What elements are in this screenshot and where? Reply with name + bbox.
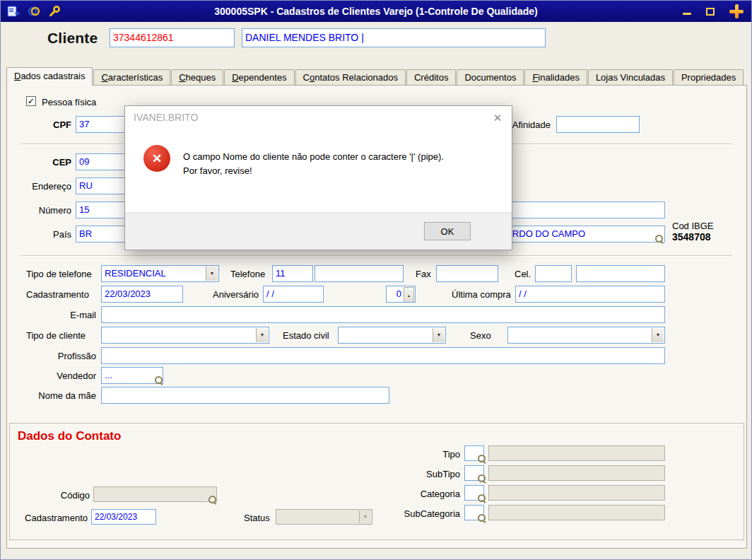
magnifier-icon[interactable] xyxy=(655,235,664,243)
ultima-compra-label: Última compra xyxy=(452,289,511,300)
estado-civil-label: Estado civil xyxy=(283,330,329,341)
window-controls xyxy=(681,1,746,22)
dialog-message: O campo Nome do cliente não pode conter … xyxy=(183,150,446,178)
separator xyxy=(20,255,732,257)
client-section-label: Cliente xyxy=(47,30,98,47)
titlebar-icons xyxy=(6,4,61,18)
wrench-icon[interactable] xyxy=(47,4,61,18)
dropdown-arrow-icon[interactable]: ▼ xyxy=(206,267,218,281)
spinner-buttons: ▲ ▼ xyxy=(404,287,414,301)
cel-ddd-field[interactable] xyxy=(535,265,572,282)
check-icon: ✓ xyxy=(28,96,35,106)
categoria-desc-field xyxy=(488,485,665,501)
pais-label: País xyxy=(20,229,71,240)
spin-up-button[interactable]: ▲ xyxy=(404,287,414,303)
tab-contatos-relacionados[interactable]: Contatos Relacionados xyxy=(295,69,406,85)
endereco-label: Endereço xyxy=(20,181,71,192)
profissao-label: Profissão xyxy=(29,351,96,361)
dialog-close-button[interactable]: ✕ xyxy=(488,110,507,127)
sexo-label: Sexo xyxy=(470,330,491,341)
status-label: Status xyxy=(244,513,270,523)
email-label: E-mail xyxy=(43,310,96,320)
application-window: 300005SPK - Cadastros de Clientes Varejo… xyxy=(0,0,752,560)
ultima-compra-field[interactable]: / / xyxy=(515,286,665,303)
ok-button[interactable]: OK xyxy=(424,222,471,240)
tipo-cliente-select[interactable]: ▼ xyxy=(101,327,269,344)
tab-dependentes[interactable]: Dependentes xyxy=(224,69,294,85)
magnifier-icon[interactable] xyxy=(155,376,163,385)
tab-propriedades[interactable]: Propriedades xyxy=(674,69,744,85)
cadastramento-field[interactable]: 22/03/2023 xyxy=(101,286,183,303)
error-icon: ✕ xyxy=(143,145,170,172)
close-button[interactable] xyxy=(727,2,746,21)
window-title: 300005SPK - Cadastros de Clientes Varejo… xyxy=(1,1,751,22)
aniversario-field[interactable]: / / xyxy=(263,286,324,303)
vendedor-field[interactable]: ... xyxy=(101,367,163,384)
dialog-title: IVANEI.BRITO xyxy=(134,112,198,123)
fax-label: Fax xyxy=(416,269,431,279)
tab-lojas-vinculadas[interactable]: Lojas Vinculadas xyxy=(588,69,673,85)
codigo-label: Código xyxy=(29,490,90,501)
tipo-label: Tipo xyxy=(375,449,460,460)
nome-mae-field[interactable] xyxy=(101,387,389,404)
fax-field[interactable] xyxy=(436,265,498,282)
contato-cadastramento-field[interactable]: 22/03/2023 xyxy=(91,509,156,525)
subtipo-desc-field xyxy=(488,465,665,481)
magnifier-icon[interactable] xyxy=(478,474,486,483)
tab-documentos[interactable]: Documentos xyxy=(457,69,524,85)
tipo-telefone-label: Tipo de telefone xyxy=(26,269,92,279)
dados-do-contato-title: Dados do Contato xyxy=(18,429,121,443)
dropdown-arrow-icon: ▼ xyxy=(359,511,371,523)
telefone-ddd-field[interactable]: 11 xyxy=(272,265,313,282)
cel-numero-field[interactable] xyxy=(576,265,665,282)
aniversario-label: Aniversário xyxy=(213,289,259,300)
tab-cheques[interactable]: Cheques xyxy=(171,69,223,85)
subcategoria-desc-field xyxy=(488,505,665,520)
telefone-numero-field[interactable] xyxy=(315,265,404,282)
tipo-cliente-label: Tipo de cliente xyxy=(26,330,86,341)
sexo-select[interactable]: ▼ xyxy=(507,327,665,344)
profissao-field[interactable] xyxy=(101,347,665,364)
vendedor-label: Vendedor xyxy=(29,371,96,381)
telefone-label: Telefone xyxy=(230,269,265,279)
tab-dados-cadastrais[interactable]: Dados cadastrais xyxy=(6,67,93,86)
client-name-field[interactable]: DANIEL MENDES BRITO | xyxy=(242,28,546,47)
error-dialog: IVANEI.BRITO ✕ ✕ O campo Nome do cliente… xyxy=(124,105,512,250)
afinidade-field[interactable] xyxy=(556,116,640,133)
export-icon[interactable] xyxy=(6,4,20,18)
tab-finalidades[interactable]: Finalidades xyxy=(524,69,587,85)
magnifier-icon[interactable] xyxy=(208,496,217,504)
categoria-label: Categoria xyxy=(375,489,460,499)
knot-logo-icon[interactable] xyxy=(27,4,41,18)
pessoa-fisica-checkbox[interactable]: ✓ xyxy=(26,96,36,106)
maximize-button[interactable] xyxy=(704,5,717,18)
titlebar: 300005SPK - Cadastros de Clientes Varejo… xyxy=(1,1,751,22)
email-field[interactable] xyxy=(101,306,665,323)
client-code-field[interactable]: 37344612861 xyxy=(110,28,235,47)
contato-cadastramento-label: Cadastramento xyxy=(15,513,88,523)
aniversario-spinner[interactable]: 0 ▲ ▼ xyxy=(386,286,416,303)
subcategoria-label: SubCategoria xyxy=(375,508,460,519)
estado-civil-select[interactable]: ▼ xyxy=(338,327,446,344)
magnifier-icon[interactable] xyxy=(478,455,486,463)
status-select: ▼ xyxy=(276,509,372,525)
magnifier-icon[interactable] xyxy=(478,514,486,523)
tab-caracter-sticas[interactable]: Características xyxy=(93,69,170,85)
dropdown-arrow-icon[interactable]: ▼ xyxy=(433,328,445,342)
dialog-footer: OK xyxy=(125,212,512,250)
cod-ibge-value: 3548708 xyxy=(672,231,711,243)
tipo-desc-field xyxy=(488,445,665,461)
tab-cr-ditos[interactable]: Créditos xyxy=(406,69,456,85)
cod-ibge-label: Cod IBGE xyxy=(672,221,714,231)
minimize-button[interactable] xyxy=(681,5,693,18)
codigo-field xyxy=(93,486,217,502)
dropdown-arrow-icon[interactable]: ▼ xyxy=(256,328,268,342)
dropdown-arrow-icon[interactable]: ▼ xyxy=(652,328,664,342)
numero-label: Número xyxy=(20,205,71,216)
tipo-telefone-select[interactable]: RESIDENCIAL ▼ xyxy=(101,265,219,282)
cep-label: CEP xyxy=(29,157,71,168)
pessoa-fisica-label: Pessoa física xyxy=(42,97,96,107)
cadastramento-label: Cadastramento xyxy=(26,289,89,300)
tipo-telefone-value: RESIDENCIAL xyxy=(105,268,166,279)
magnifier-icon[interactable] xyxy=(478,494,486,503)
